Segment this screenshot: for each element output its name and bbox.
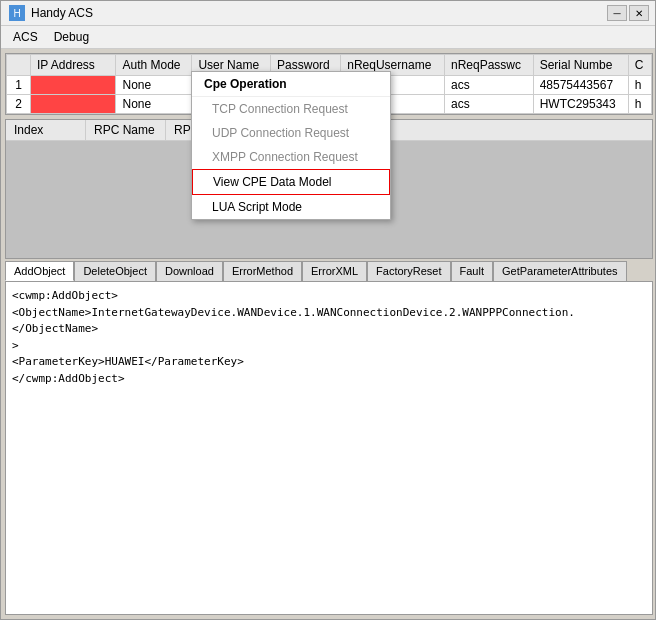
row1-auth: None xyxy=(116,76,192,95)
close-button[interactable]: ✕ xyxy=(629,5,649,21)
col-rpc-index: Index xyxy=(6,120,86,140)
row2-serial: HWTC295343 xyxy=(533,95,628,114)
code-line-1: <cwmp:AddObject> xyxy=(12,288,646,305)
tab-getparameterattributes[interactable]: GetParameterAttributes xyxy=(493,261,627,281)
menu-debug[interactable]: Debug xyxy=(46,28,97,46)
tab-errorxml[interactable]: ErrorXML xyxy=(302,261,367,281)
context-lua[interactable]: LUA Script Mode xyxy=(192,195,390,219)
col-auth: Auth Mode xyxy=(116,55,192,76)
row2-auth: None xyxy=(116,95,192,114)
row1-serial: 48575443567 xyxy=(533,76,628,95)
tab-factoryreset[interactable]: FactoryReset xyxy=(367,261,450,281)
tab-download[interactable]: Download xyxy=(156,261,223,281)
context-menu-title: Cpe Operation xyxy=(192,72,390,97)
context-xmpp: XMPP Connection Request xyxy=(192,145,390,169)
tab-errormethod[interactable]: ErrorMethod xyxy=(223,261,302,281)
menu-bar: ACS Debug xyxy=(1,26,656,49)
col-ip: IP Address xyxy=(31,55,116,76)
window-title: Handy ACS xyxy=(31,6,93,20)
title-bar: H Handy ACS ─ ✕ xyxy=(1,1,656,26)
col-serial: Serial Numbe xyxy=(533,55,628,76)
row2-index: 2 xyxy=(7,95,31,114)
row2-nreqpass: acs xyxy=(444,95,533,114)
menu-acs[interactable]: ACS xyxy=(5,28,46,46)
code-line-2: <ObjectName>InternetGatewayDevice.WANDev… xyxy=(12,305,646,338)
tab-code-content: <cwmp:AddObject> <ObjectName>InternetGat… xyxy=(5,281,653,615)
col-index xyxy=(7,55,31,76)
row1-ip xyxy=(31,76,116,95)
code-line-3: > xyxy=(12,338,646,355)
row2-c: h xyxy=(628,95,651,114)
tab-fault[interactable]: Fault xyxy=(451,261,493,281)
row2-ip xyxy=(31,95,116,114)
row1-c: h xyxy=(628,76,651,95)
window-controls: ─ ✕ xyxy=(607,5,649,21)
col-rpc-name: RPC Name xyxy=(86,120,166,140)
bottom-tabs-panel: AddObject DeleteObject Download ErrorMet… xyxy=(5,261,653,615)
tab-deleteobject[interactable]: DeleteObject xyxy=(74,261,156,281)
col-c: C xyxy=(628,55,651,76)
context-udp: UDP Connection Request xyxy=(192,121,390,145)
context-tcp: TCP Connection Request xyxy=(192,97,390,121)
col-nreqpass: nReqPasswc xyxy=(444,55,533,76)
main-content: IP Address Auth Mode User Name Password … xyxy=(1,49,656,619)
context-menu: Cpe Operation TCP Connection Request UDP… xyxy=(191,71,391,220)
app-icon: H xyxy=(9,5,25,21)
code-line-4: <ParameterKey>HUAWEI</ParameterKey> xyxy=(12,354,646,371)
tabs-row: AddObject DeleteObject Download ErrorMet… xyxy=(5,261,653,281)
tab-addobject[interactable]: AddObject xyxy=(5,261,74,281)
row1-nreqpass: acs xyxy=(444,76,533,95)
code-line-5: </cwmp:AddObject> xyxy=(12,371,646,388)
row1-index: 1 xyxy=(7,76,31,95)
minimize-button[interactable]: ─ xyxy=(607,5,627,21)
context-view-cpe[interactable]: View CPE Data Model xyxy=(192,169,390,195)
